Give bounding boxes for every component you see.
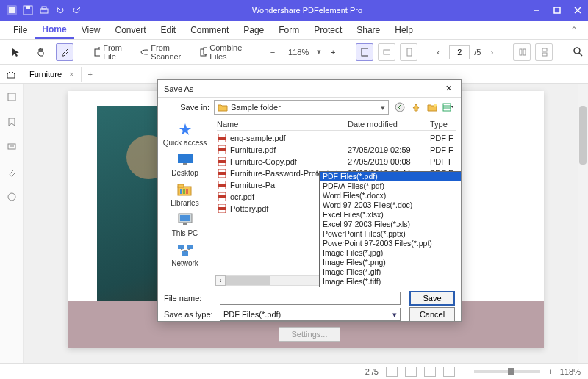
save-button[interactable]: Save <box>409 291 455 306</box>
menu-home[interactable]: Home <box>35 21 74 39</box>
type-option[interactable]: Image Files(*.jpg) <box>320 248 461 258</box>
back-icon[interactable] <box>393 101 406 114</box>
save-in-select[interactable]: Sample folder ▾ <box>214 100 389 115</box>
menu-protect[interactable]: Protect <box>306 22 349 38</box>
maximize-button[interactable] <box>547 0 567 21</box>
vertical-scrollbar[interactable] <box>578 84 588 363</box>
menu-comment[interactable]: Comment <box>183 22 236 38</box>
cancel-button[interactable]: Cancel <box>409 307 455 322</box>
dialog-close-button[interactable]: ✕ <box>442 82 455 95</box>
type-option[interactable]: Image Files(*.png) <box>320 258 461 267</box>
save-type-select[interactable]: PDF Files(*.pdf) ▾ <box>220 308 401 321</box>
file-name-input[interactable] <box>220 292 401 305</box>
folder-name: Sample folder <box>231 103 281 112</box>
svg-rect-3 <box>26 6 30 9</box>
print-icon[interactable] <box>38 4 50 16</box>
file-list[interactable]: Name Date modified Type eng-sample.pdfPD… <box>212 117 461 287</box>
menu-share[interactable]: Share <box>349 22 387 38</box>
type-option[interactable]: Word Files(*.docx) <box>320 191 461 201</box>
search-button[interactable] <box>567 43 588 61</box>
type-option[interactable]: Image Files(*.bmp) <box>320 286 461 287</box>
tab-close-icon[interactable]: × <box>69 70 74 79</box>
save-in-label: Save in: <box>164 103 209 112</box>
new-folder-icon[interactable] <box>426 101 439 114</box>
place-quick[interactable]: Quick access <box>163 121 207 147</box>
place-thispc[interactable]: This PC <box>172 212 198 237</box>
shape-icon[interactable] <box>4 190 19 204</box>
menu-help[interactable]: Help <box>387 22 420 38</box>
redo-icon[interactable] <box>71 4 82 16</box>
page-input[interactable] <box>449 45 470 59</box>
menu-view[interactable]: View <box>74 22 108 38</box>
hand-tool[interactable] <box>31 44 51 60</box>
type-option[interactable]: PowerPoint 97-2003 Files(*.ppt) <box>320 239 461 248</box>
menu-page[interactable]: Page <box>236 22 271 38</box>
bookmark-icon[interactable] <box>4 115 19 129</box>
view-single-button[interactable] <box>513 43 531 61</box>
chevron-down-icon[interactable]: ▾ <box>317 47 321 57</box>
svg-point-27 <box>395 103 404 112</box>
close-button[interactable] <box>567 0 588 21</box>
view-mode-1-icon[interactable] <box>386 367 398 377</box>
menu-edit[interactable]: Edit <box>154 22 184 38</box>
pointer-tool[interactable] <box>6 44 26 60</box>
from-scanner-button[interactable]: From Scanner <box>135 40 190 64</box>
combine-files-button[interactable]: Combine Files <box>195 40 251 64</box>
type-option[interactable]: Image Files(*.gif) <box>320 267 461 277</box>
fit-actual-button[interactable] <box>400 43 417 61</box>
place-network[interactable]: Network <box>171 242 198 267</box>
zoom-out-button[interactable]: − <box>265 45 280 59</box>
tab-furniture[interactable]: Furniture × <box>22 67 82 82</box>
type-option[interactable]: PowerPoint Files(*.pptx) <box>320 229 461 239</box>
collapse-ribbon-icon[interactable]: ⌃ <box>566 25 582 35</box>
type-option[interactable]: Excel Files(*.xlsx) <box>320 210 461 220</box>
sidebar-left <box>0 84 24 363</box>
menu-convert[interactable]: Convert <box>107 22 153 38</box>
svg-line-46 <box>185 249 190 251</box>
place-libraries[interactable]: Libraries <box>171 181 198 207</box>
type-option[interactable]: Excel 97-2003 Files(*.xls) <box>320 220 461 229</box>
svg-rect-16 <box>407 48 412 56</box>
tab-add-button[interactable]: + <box>82 70 98 79</box>
menu-form[interactable]: Form <box>271 22 306 38</box>
col-date[interactable]: Date modified <box>348 120 430 129</box>
edit-tool[interactable] <box>56 43 74 61</box>
type-option[interactable]: PDF/A Files(*.pdf) <box>320 181 461 191</box>
col-type[interactable]: Type <box>430 120 456 129</box>
zoom-value[interactable]: 118% <box>284 48 312 57</box>
view-mode-3-icon[interactable] <box>424 367 436 377</box>
file-row[interactable]: Furniture-Copy.pdf27/05/2019 00:08PDF F <box>217 156 456 167</box>
views-icon[interactable] <box>442 101 455 114</box>
type-option[interactable]: Word 97-2003 Files(*.doc) <box>320 201 461 210</box>
up-icon[interactable] <box>409 101 423 114</box>
minimize-button[interactable] <box>526 0 547 21</box>
zoom-slider[interactable] <box>474 370 540 373</box>
next-page-button[interactable]: › <box>485 45 498 59</box>
file-row[interactable]: eng-sample.pdfPDF F <box>217 132 456 144</box>
col-name[interactable]: Name <box>217 120 348 129</box>
save-type-popup[interactable]: PDF Files(*.pdf)PDF/A Files(*.pdf)Word F… <box>319 171 461 287</box>
attachments-icon[interactable] <box>4 165 19 179</box>
zoom-out-status[interactable]: − <box>462 367 467 376</box>
undo-icon[interactable] <box>54 4 66 16</box>
home-icon[interactable] <box>6 69 19 79</box>
fit-width-button[interactable] <box>378 43 395 61</box>
zoom-in-status[interactable]: + <box>548 367 552 376</box>
comments-icon[interactable] <box>4 140 19 154</box>
scroll-left-icon[interactable]: ‹ <box>215 275 226 286</box>
view-mode-2-icon[interactable] <box>405 367 417 377</box>
status-page: 2 /5 <box>365 367 379 376</box>
zoom-in-button[interactable]: + <box>326 45 340 59</box>
type-option[interactable]: PDF Files(*.pdf) <box>320 172 461 181</box>
save-icon[interactable] <box>22 4 34 16</box>
thumbnails-icon[interactable] <box>4 90 19 104</box>
menu-file[interactable]: File <box>6 22 35 38</box>
type-option[interactable]: Image Files(*.tiff) <box>320 277 461 286</box>
prev-page-button[interactable]: ‹ <box>432 45 445 59</box>
from-file-button[interactable]: From File <box>88 40 131 64</box>
view-continuous-button[interactable] <box>535 43 553 61</box>
file-row[interactable]: Furniture.pdf27/05/2019 02:59PDF F <box>217 144 456 156</box>
view-mode-4-icon[interactable] <box>443 367 455 377</box>
fit-page-button[interactable] <box>356 43 373 61</box>
place-desktop[interactable]: Desktop <box>171 151 198 177</box>
